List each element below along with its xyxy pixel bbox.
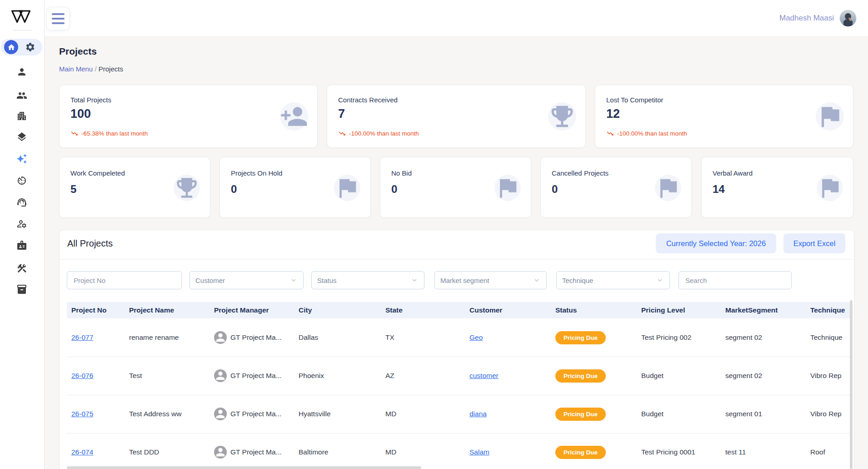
- customer-link[interactable]: diana: [469, 410, 487, 418]
- technique-cell: Roof: [810, 433, 853, 469]
- trophy-icon: [548, 102, 576, 131]
- home-button[interactable]: [4, 40, 18, 54]
- stat-change-text: -65.38% than last month: [81, 130, 148, 137]
- manager-avatar-icon: [214, 331, 227, 344]
- customer-link[interactable]: Geo: [469, 333, 483, 342]
- project-no-cell: 26-075: [71, 395, 127, 433]
- ai-sparkle-icon[interactable]: [16, 153, 27, 164]
- logo-divider: [13, 30, 32, 30]
- project-name-cell: Test Address ww: [129, 395, 212, 433]
- user-avatar[interactable]: [840, 10, 856, 26]
- stat-label: Total Projects: [70, 96, 111, 104]
- customer-cell: Geo: [469, 318, 553, 357]
- tools-icon[interactable]: [16, 263, 27, 274]
- breadcrumb: Main Menu / Projects: [59, 65, 123, 73]
- stat-value: 100: [70, 107, 91, 121]
- stat-label: Contracts Received: [338, 96, 398, 104]
- city-cell: Dallas: [299, 318, 383, 357]
- city-cell: Phoenix: [299, 357, 383, 395]
- project-no-field[interactable]: [73, 276, 176, 285]
- group-icon[interactable]: [16, 90, 27, 101]
- manager-avatar-icon: [214, 446, 227, 459]
- horizontal-scrollbar[interactable]: [67, 466, 421, 469]
- person-add-icon: [280, 102, 308, 131]
- breadcrumb-separator: /: [95, 65, 96, 73]
- project-no-input[interactable]: [67, 271, 182, 289]
- stat-label: Work Compeleted: [70, 169, 125, 177]
- stat-card: Verbal Award14: [701, 157, 853, 218]
- project-no-link[interactable]: 26-074: [71, 448, 93, 456]
- customer-link[interactable]: Salam: [469, 448, 489, 456]
- customer-select[interactable]: Customer: [190, 271, 304, 289]
- marketsegment-cell: segment 02: [725, 357, 808, 395]
- stat-card: Lost To Competitor12-100.00% than last m…: [595, 85, 853, 148]
- status-cell: Pricing Due: [555, 395, 639, 433]
- state-cell: TX: [385, 318, 467, 357]
- technique-cell: Vibro Rep: [810, 395, 853, 433]
- timer-icon[interactable]: [16, 175, 27, 186]
- inventory-icon[interactable]: [16, 284, 27, 295]
- status-badge: Pricing Due: [555, 446, 606, 459]
- breadcrumb-main-menu[interactable]: Main Menu: [59, 65, 93, 73]
- layers-icon[interactable]: [16, 131, 27, 142]
- settings-button[interactable]: [24, 41, 36, 53]
- stat-value: 7: [338, 107, 345, 121]
- table-row: 26-074Test DDDGT Project Ma...BaltimoreM…: [67, 433, 853, 469]
- status-cell: Pricing Due: [555, 357, 639, 395]
- stat-label: No Bid: [391, 169, 412, 177]
- user-menu[interactable]: Madhesh Maasi: [779, 0, 856, 36]
- market-segment-select[interactable]: Market segment: [434, 271, 547, 289]
- stat-value: 14: [713, 183, 725, 196]
- stat-change: -65.38% than last month: [70, 130, 148, 137]
- state-cell: MD: [385, 395, 467, 433]
- stat-value: 0: [391, 183, 397, 196]
- project-no-link[interactable]: 26-077: [71, 333, 93, 342]
- market-segment-value: Market segment: [440, 277, 489, 284]
- stat-change-text: -100.00% than last month: [349, 130, 419, 137]
- vertical-scrollbar[interactable]: [850, 300, 853, 469]
- person-icon[interactable]: [16, 66, 27, 77]
- stat-change: -100.00% than last month: [606, 130, 687, 137]
- stat-card: Contracts Received7-100.00% than last mo…: [327, 85, 586, 148]
- selected-year-button[interactable]: Currently Selected Year: 2026: [656, 233, 776, 253]
- search-input[interactable]: [678, 271, 792, 289]
- project-name-cell: Test DDD: [129, 433, 212, 469]
- manage-accounts-icon[interactable]: [16, 218, 27, 229]
- column-header-technique: Technique: [810, 302, 853, 318]
- stat-label: Projects On Hold: [231, 169, 282, 177]
- trophy-icon: [174, 175, 200, 201]
- status-badge: Pricing Due: [555, 369, 606, 383]
- stat-card: No Bid0: [380, 157, 531, 218]
- export-excel-button[interactable]: Export Excel: [783, 233, 845, 253]
- technique-value: Technique: [562, 277, 593, 284]
- pricing-level-cell: Test Pricing 002: [641, 318, 723, 357]
- column-header-project-no: Project No: [71, 302, 127, 318]
- project-name-cell: Test: [129, 357, 212, 395]
- top-bar: [44, 0, 868, 37]
- menu-toggle-button[interactable]: [46, 7, 70, 30]
- project-no-cell: 26-077: [71, 318, 127, 357]
- stat-card: Projects On Hold0: [219, 157, 371, 218]
- manager-name: GT Project Ma...: [230, 333, 282, 342]
- project-no-cell: 26-074: [71, 433, 127, 469]
- project-no-link[interactable]: 26-075: [71, 410, 93, 418]
- customer-cell: customer: [469, 357, 553, 395]
- status-select[interactable]: Status: [311, 271, 424, 289]
- column-header-state: State: [385, 302, 467, 318]
- building-icon[interactable]: [16, 111, 27, 121]
- technique-cell: Vibro Rep: [810, 357, 853, 395]
- technique-select[interactable]: Technique: [556, 271, 670, 289]
- customer-cell: Salam: [469, 433, 553, 469]
- city-cell: Hyattsville: [299, 395, 383, 433]
- badge-icon[interactable]: [16, 240, 27, 251]
- support-agent-icon[interactable]: [16, 197, 27, 208]
- chevron-down-icon: [533, 276, 541, 284]
- project-no-link[interactable]: 26-076: [71, 372, 93, 380]
- table-row: 26-075Test Address wwGT Project Ma...Hya…: [67, 395, 853, 434]
- customer-link[interactable]: customer: [469, 372, 499, 380]
- customer-value: Customer: [195, 277, 225, 284]
- search-field[interactable]: [684, 276, 786, 285]
- stat-card: Total Projects100-65.38% than last month: [59, 85, 318, 148]
- stat-value: 12: [606, 107, 620, 121]
- flag-icon: [655, 175, 681, 201]
